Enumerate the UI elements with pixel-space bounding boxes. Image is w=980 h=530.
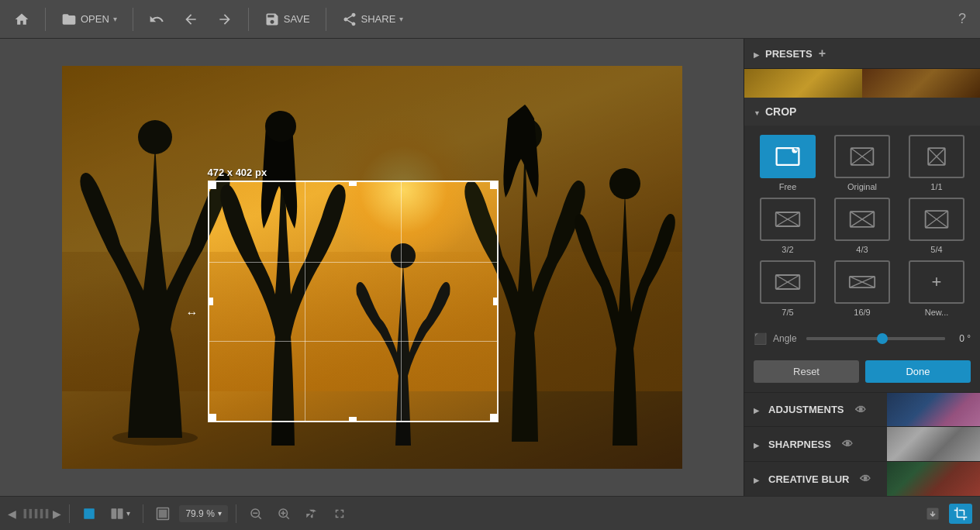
fullscreen-icon bbox=[333, 507, 347, 521]
adjustments-arrow bbox=[754, 404, 759, 415]
reset-button[interactable]: Reset bbox=[754, 360, 859, 383]
crop-grid-line-h1 bbox=[209, 262, 497, 263]
crop-option-box-free bbox=[760, 135, 816, 178]
crop-tool-button[interactable] bbox=[300, 504, 323, 524]
crop-option-5-4[interactable]: 5/4 bbox=[902, 198, 971, 254]
new-plus-icon: + bbox=[932, 274, 942, 291]
canvas-area[interactable]: 472 x 402 px bbox=[0, 39, 744, 496]
zoom-in-button[interactable] bbox=[272, 504, 295, 524]
crop-option-box-3-2 bbox=[760, 198, 816, 241]
toolbar-separator-3 bbox=[248, 8, 249, 31]
dim-overlay-bottom bbox=[208, 422, 499, 469]
adjustments-label: ADJUSTMENTS bbox=[768, 404, 844, 415]
zoom-dropdown-arrow[interactable]: ▾ bbox=[218, 509, 222, 518]
save-button[interactable]: SAVE bbox=[258, 8, 316, 31]
adjustments-eye-icon[interactable]: 👁 bbox=[855, 404, 866, 416]
fullscreen-button[interactable] bbox=[328, 504, 351, 524]
creative-blur-label: CREATIVE BLUR bbox=[768, 473, 849, 485]
crop-icon-4-3 bbox=[848, 208, 876, 230]
redo-back-button[interactable] bbox=[177, 8, 205, 31]
sharpness-eye-icon[interactable]: 👁 bbox=[842, 438, 853, 450]
fit-icon bbox=[156, 507, 170, 521]
export-icon bbox=[926, 507, 940, 521]
toolbar-separator bbox=[45, 8, 46, 31]
zoom-out-icon bbox=[249, 507, 263, 521]
presets-add-icon[interactable]: + bbox=[819, 46, 826, 60]
compare-view-icon bbox=[110, 507, 124, 521]
crop-section-header[interactable]: CROP bbox=[744, 98, 980, 126]
single-view-icon bbox=[82, 507, 96, 521]
done-button[interactable]: Done bbox=[865, 360, 971, 383]
crop-option-7-5[interactable]: 7/5 bbox=[754, 260, 822, 317]
crop-option-3-2[interactable]: 3/2 bbox=[754, 198, 822, 254]
open-dropdown-arrow[interactable]: ▾ bbox=[113, 15, 117, 23]
angle-row: ⬛ Angle 0 ° bbox=[744, 326, 980, 354]
sharpness-section[interactable]: SHARPNESS 👁 bbox=[744, 426, 980, 461]
crop-handle-left-mid[interactable] bbox=[209, 298, 213, 305]
creative-blur-arrow bbox=[754, 473, 759, 485]
nav-next-arrow[interactable]: ▶ bbox=[53, 508, 61, 520]
right-panel: PRESETS + CROP bbox=[744, 39, 980, 496]
single-view-button[interactable] bbox=[78, 504, 101, 524]
presets-thumbnail bbox=[744, 69, 980, 98]
crop-option-free[interactable]: Free bbox=[754, 135, 822, 191]
bottom-sep-2 bbox=[143, 504, 143, 523]
share-icon bbox=[342, 12, 357, 27]
crop-option-box-5-4 bbox=[909, 198, 964, 241]
crop-handle-bottom-right[interactable] bbox=[490, 414, 498, 422]
toolbar-separator-2 bbox=[133, 8, 133, 31]
svg-rect-31 bbox=[118, 508, 123, 519]
export-button[interactable] bbox=[921, 504, 944, 524]
crop-handle-top-right[interactable] bbox=[490, 181, 498, 189]
nav-arrows: ◀ ▐▐▐▐▐ ▶ bbox=[8, 508, 61, 520]
open-button[interactable]: OPEN ▾ bbox=[55, 8, 123, 31]
share-button[interactable]: SHARE ▾ bbox=[336, 8, 410, 31]
crop-option-box-4-3 bbox=[834, 198, 890, 241]
crop-handle-bottom-left[interactable] bbox=[209, 414, 216, 422]
fit-button[interactable] bbox=[151, 504, 174, 524]
zoom-display[interactable]: 79.9 % ▾ bbox=[179, 505, 227, 522]
svg-point-7 bbox=[792, 147, 797, 153]
compare-dropdown-arrow[interactable]: ▾ bbox=[126, 509, 130, 518]
zoom-out-button[interactable] bbox=[244, 504, 267, 524]
crop-handle-right-mid[interactable] bbox=[493, 298, 498, 305]
home-button[interactable] bbox=[8, 8, 36, 31]
angle-slider[interactable] bbox=[806, 337, 945, 340]
bottom-sep-3 bbox=[236, 504, 236, 523]
share-dropdown-arrow[interactable]: ▾ bbox=[399, 15, 403, 23]
crop-action-buttons: Reset Done bbox=[744, 354, 980, 392]
crop-bottom-button[interactable] bbox=[949, 504, 972, 524]
angle-slider-thumb[interactable] bbox=[877, 333, 888, 344]
compare-view-button[interactable]: ▾ bbox=[105, 504, 135, 524]
nav-prev-arrow[interactable]: ◀ bbox=[8, 508, 16, 520]
creative-blur-eye-icon[interactable]: 👁 bbox=[860, 473, 871, 485]
crop-option-box-new: + bbox=[909, 260, 964, 304]
crop-handle-top-left[interactable] bbox=[209, 181, 216, 189]
crop-option-4-3[interactable]: 4/3 bbox=[828, 198, 896, 254]
crop-icon-16-9 bbox=[848, 271, 876, 293]
open-icon bbox=[61, 12, 77, 27]
sharpness-label: SHARPNESS bbox=[768, 439, 831, 450]
save-icon bbox=[264, 12, 280, 27]
crop-icon-free bbox=[774, 146, 802, 167]
sharpness-thumbnail bbox=[887, 427, 980, 461]
presets-header[interactable]: PRESETS + bbox=[744, 39, 980, 69]
top-toolbar: OPEN ▾ SAVE SHARE ▾ ? bbox=[0, 0, 980, 39]
crop-bottom-icon bbox=[954, 507, 968, 521]
crop-option-new[interactable]: + New... bbox=[902, 260, 971, 317]
crop-option-label-new: New... bbox=[925, 308, 949, 317]
adjustments-section[interactable]: ADJUSTMENTS 👁 bbox=[744, 392, 980, 427]
crop-option-16-9[interactable]: 16/9 bbox=[828, 260, 896, 317]
crop-handle-bottom-mid[interactable] bbox=[349, 417, 357, 422]
help-button[interactable]: ? bbox=[952, 7, 972, 31]
share-label: SHARE bbox=[361, 13, 396, 25]
crop-option-1-1[interactable]: 1/1 bbox=[902, 135, 971, 191]
angle-label: Angle bbox=[773, 333, 800, 344]
creative-blur-section[interactable]: CREATIVE BLUR 👁 bbox=[744, 461, 980, 496]
crop-option-original[interactable]: Original bbox=[828, 135, 896, 191]
crop-handle-top-mid[interactable] bbox=[349, 181, 357, 186]
crop-box[interactable] bbox=[208, 181, 499, 422]
redo-forward-button[interactable] bbox=[211, 8, 239, 31]
undo-button[interactable] bbox=[143, 8, 171, 31]
crop-options-grid: Free Original bbox=[744, 126, 980, 326]
